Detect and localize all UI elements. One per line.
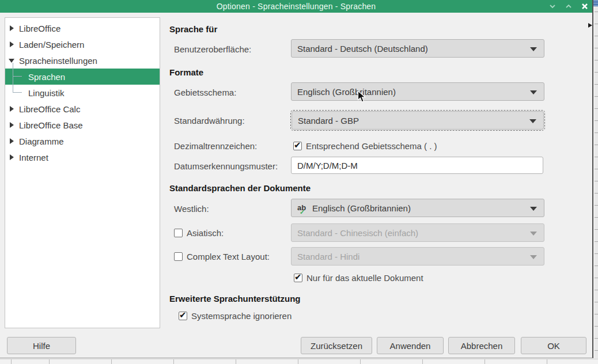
tree-item-sprachen[interactable]: Sprachen [5, 69, 160, 85]
apply-button[interactable]: Anwenden [377, 337, 444, 354]
ui-language-dropdown[interactable]: Standard - Deutsch (Deutschland) [291, 39, 544, 58]
close-icon [581, 3, 588, 10]
western-label: Westlich: [174, 204, 209, 214]
tree-connector [13, 79, 22, 93]
ok-button[interactable]: OK [521, 337, 586, 354]
tree-item-label: Linguistik [28, 88, 65, 98]
ctl-checkbox[interactable] [174, 252, 183, 261]
section-heading-default-doc-languages: Standardsprachen der Dokumente [169, 183, 311, 193]
shade-button[interactable] [548, 2, 557, 10]
expand-arrow-icon[interactable] [10, 122, 14, 128]
decimal-separator-label: Dezimaltrennzeichen: [174, 141, 257, 151]
expand-arrow-icon[interactable] [10, 154, 14, 160]
mouse-cursor [357, 90, 366, 106]
chevron-up-icon [565, 4, 572, 9]
date-patterns-label: Datumserkennungsmuster: [174, 161, 278, 171]
section-heading-enhanced-support: Erweiterte Sprachunterstützung [169, 294, 301, 304]
ignore-system-language-label[interactable]: Systemsprache ignorieren [191, 311, 292, 321]
options-dialog: Optionen - Spracheinstellungen - Sprache… [0, 0, 593, 358]
tree-item-laden-speichern[interactable]: Laden/Speichern [5, 36, 160, 52]
dialog-title: Optionen - Spracheinstellungen - Sprache… [217, 2, 376, 11]
tree-item-label: LibreOffice Base [19, 120, 83, 130]
tree-item-spracheinstellungen[interactable]: Spracheinstellungen [5, 52, 160, 69]
tree-item-label: Sprachen [28, 72, 65, 82]
close-button[interactable] [581, 2, 589, 10]
expand-arrow-icon[interactable] [10, 25, 14, 31]
options-tree: LibreOffice Laden/Speichern Spracheinste… [5, 17, 160, 328]
tree-item-label: Internet [19, 153, 48, 162]
locale-label: Gebietsschema: [174, 88, 236, 97]
dropdown-arrow-icon [530, 255, 537, 259]
locale-dropdown[interactable]: Englisch (Großbritannien) [291, 82, 544, 101]
tree-item-label: Spracheinstellungen [19, 56, 97, 66]
reset-button[interactable]: Zurücksetzen [301, 337, 372, 354]
stray-arrow-mark [588, 23, 592, 28]
titlebar[interactable]: Optionen - Spracheinstellungen - Sprache… [0, 0, 592, 13]
tree-item-linguistik[interactable]: Linguistik [5, 85, 160, 101]
ctl-language-value: Standard - Hindi [297, 252, 359, 261]
current-doc-only-label[interactable]: Nur für das aktuelle Dokument [306, 273, 423, 283]
western-language-value: Englisch (Großbritannien) [312, 203, 411, 213]
asian-checkbox[interactable] [174, 229, 183, 237]
date-patterns-input[interactable]: D/M/Y;D/M;D-M [291, 157, 543, 174]
tree-item-libreoffice[interactable]: LibreOffice [5, 20, 160, 36]
dropdown-arrow-icon [530, 90, 537, 94]
tree-item-internet[interactable]: Internet [5, 149, 160, 165]
tree-item-libreoffice-base[interactable]: LibreOffice Base [5, 117, 160, 133]
date-patterns-value: D/M/Y;D/M;D-M [297, 161, 358, 170]
section-heading-formats: Formate [169, 67, 203, 77]
spellcheck-icon: ab ✓ [297, 204, 309, 211]
decimal-separator-option-label[interactable]: Entsprechend Gebietsschema ( . ) [306, 141, 437, 151]
section-heading-language-for: Sprache für [169, 24, 217, 34]
expand-arrow-icon[interactable] [10, 106, 14, 112]
current-doc-only-checkbox[interactable]: ✔ [294, 274, 302, 282]
tree-item-label: LibreOffice Calc [19, 104, 80, 114]
check-icon: ✔ [179, 310, 187, 320]
western-language-dropdown[interactable]: ab ✓ Englisch (Großbritannien) [291, 199, 544, 217]
tree-item-label: LibreOffice [19, 24, 60, 33]
currency-label: Standardwährung: [174, 116, 245, 126]
asian-language-dropdown: Standard - Chinesisch (einfach) [291, 223, 544, 242]
tree-connector [13, 63, 22, 77]
tree-item-label: Laden/Speichern [19, 40, 84, 50]
check-icon: ✔ [294, 272, 302, 282]
background-spreadsheet-bottom [0, 359, 598, 364]
currency-value: Standard - GBP [298, 116, 359, 126]
currency-dropdown[interactable]: Standard - GBP [292, 111, 544, 130]
dropdown-arrow-icon [530, 232, 537, 236]
background-spreadsheet-edge [595, 0, 598, 364]
dropdown-arrow-icon [529, 119, 536, 123]
ui-language-value: Standard - Deutsch (Deutschland) [297, 44, 428, 54]
expand-arrow-icon[interactable] [10, 41, 14, 47]
dropdown-arrow-icon [530, 47, 537, 51]
ctl-label[interactable]: Complex Text Layout: [187, 252, 270, 261]
ui-language-label: Benutzeroberfläche: [174, 44, 251, 54]
chevron-down-icon [549, 4, 556, 9]
asian-language-value: Standard - Chinesisch (einfach) [297, 228, 418, 238]
ctl-language-dropdown: Standard - Hindi [291, 247, 544, 266]
check-icon: ✔ [294, 140, 301, 150]
unshade-button[interactable] [565, 2, 573, 10]
ignore-system-language-checkbox[interactable]: ✔ [179, 312, 187, 320]
tree-item-libreoffice-calc[interactable]: LibreOffice Calc [5, 101, 160, 117]
collapse-arrow-icon[interactable] [9, 59, 14, 63]
locale-value: Englisch (Großbritannien) [297, 87, 396, 97]
decimal-separator-checkbox[interactable]: ✔ [293, 142, 302, 150]
window-controls [548, 0, 589, 13]
help-button[interactable]: Hilfe [7, 337, 76, 354]
tree-item-label: Diagramme [19, 136, 64, 146]
arrow-cursor-icon [357, 90, 366, 104]
tree-item-diagramme[interactable]: Diagramme [5, 133, 160, 149]
cancel-button[interactable]: Abbrechen [448, 337, 515, 354]
expand-arrow-icon[interactable] [10, 138, 14, 144]
background-window-icon [593, 0, 598, 6]
asian-label[interactable]: Asiatisch: [187, 228, 224, 238]
dropdown-arrow-icon [530, 207, 537, 211]
